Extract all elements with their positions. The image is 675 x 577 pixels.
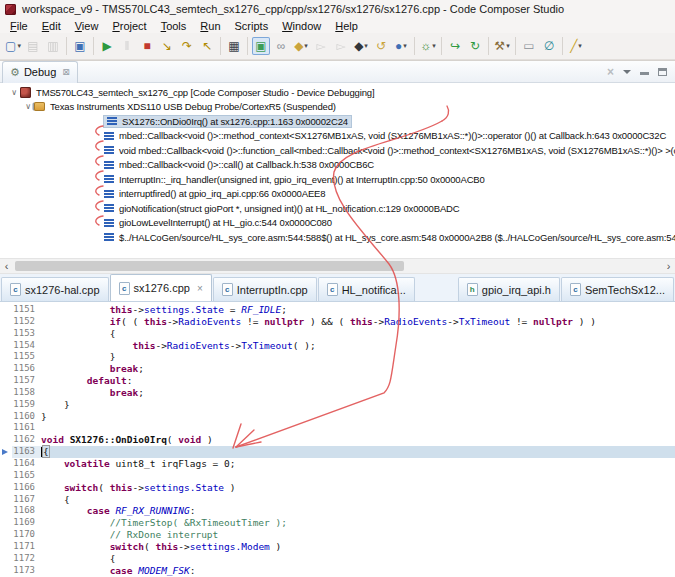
annotation-margin[interactable]: [0, 458, 12, 470]
editor-tab-interruptin-cpp[interactable]: cInterruptIn.cpp: [213, 277, 317, 301]
stack-frame-row[interactable]: mbed::Callback<void ()>::method_context<…: [0, 129, 675, 144]
stack-frame-row[interactable]: $../HALCoGen/source/HL_sys_core.asm:544:…: [0, 230, 675, 245]
code-text[interactable]: }: [41, 399, 675, 411]
console-button[interactable]: ▣: [71, 37, 89, 55]
menu-tools[interactable]: Tools: [154, 20, 194, 32]
flash-button[interactable]: ◆▾: [352, 37, 370, 55]
connect-target-button[interactable]: ▣: [252, 37, 270, 55]
code-text[interactable]: }: [41, 351, 675, 363]
load-program-dropdown-icon[interactable]: ▾: [304, 42, 308, 50]
annotation-margin[interactable]: [0, 304, 12, 316]
unload-symbols-button[interactable]: ∅: [540, 37, 558, 55]
menu-window[interactable]: Window: [275, 20, 328, 32]
expand-chevron-icon[interactable]: ∨: [22, 102, 34, 111]
annotation-margin[interactable]: [0, 446, 12, 458]
code-text[interactable]: //TimerStop( &RxTimeoutTimer );: [41, 517, 675, 529]
stack-frame-row[interactable]: gioNotification(struct gioPort *, unsign…: [0, 201, 675, 216]
code-text[interactable]: // RxDone interrupt: [41, 529, 675, 541]
editor-tab-gpio-irq-api-h[interactable]: hgpio_irq_api.h: [458, 277, 560, 301]
line-number[interactable]: 1155: [12, 351, 41, 363]
pin-editor-button[interactable]: ▭: [520, 37, 538, 55]
reset-target-button[interactable]: ●▾: [392, 37, 410, 55]
line-number[interactable]: 1153: [12, 328, 41, 340]
highlight-tool-dropdown-icon[interactable]: ▾: [578, 42, 582, 50]
code-text[interactable]: }: [41, 411, 675, 423]
editor-tab-semtechsx12-[interactable]: cSemTechSx12...: [561, 277, 674, 301]
line-number[interactable]: 1171: [12, 541, 41, 553]
annotation-margin[interactable]: [0, 565, 12, 577]
editor-tab-sx1276-cpp[interactable]: csx1276.cpp×: [110, 274, 212, 301]
code-text[interactable]: switch( this->settings.State ): [41, 482, 675, 494]
line-number[interactable]: 1166: [12, 482, 41, 494]
stack-frame[interactable]: SX1276::OnDio0Irq() at sx1276.cpp:1.163 …: [104, 116, 351, 127]
annotation-margin[interactable]: [0, 363, 12, 375]
refresh-button[interactable]: ↻: [466, 37, 484, 55]
maximize-icon[interactable]: [658, 68, 667, 76]
line-number[interactable]: 1161: [12, 422, 41, 434]
load-program-button[interactable]: ◆▾: [292, 37, 310, 55]
annotation-margin[interactable]: [0, 316, 12, 328]
code-text[interactable]: this->settings.State = RF_IDLE;: [41, 304, 675, 316]
annotation-margin[interactable]: [0, 399, 12, 411]
code-text[interactable]: {: [41, 328, 675, 340]
stack-frame[interactable]: interruptfired() at gpio_irq_api.cpp:66 …: [104, 188, 325, 199]
stack-frame[interactable]: gioLowLevelInterrupt() at HL_gio.c:544 0…: [104, 217, 332, 228]
link-debug-button[interactable]: ∞: [272, 37, 290, 55]
code-text[interactable]: {: [41, 553, 675, 565]
minimize-icon[interactable]: [640, 68, 649, 75]
menu-help[interactable]: Help: [328, 20, 365, 32]
new-button[interactable]: ▢▾: [4, 37, 22, 55]
code-text[interactable]: case RF_RX_RUNNING:: [41, 505, 675, 517]
code-editor[interactable]: 1151 this->settings.State = RF_IDLE;1152…: [0, 302, 675, 577]
suspend-button[interactable]: ‖: [118, 37, 136, 55]
code-text[interactable]: break;: [41, 363, 675, 375]
menu-edit[interactable]: Edit: [35, 20, 68, 32]
annotation-margin[interactable]: [0, 494, 12, 506]
line-number[interactable]: 1158: [12, 387, 41, 399]
expand-chevron-icon[interactable]: ∨: [8, 88, 20, 97]
line-number[interactable]: 1172: [12, 553, 41, 565]
annotation-margin[interactable]: [0, 482, 12, 494]
stack-frame[interactable]: gioNotification(struct gioPort *, unsign…: [104, 203, 460, 214]
annotation-margin[interactable]: [0, 351, 12, 363]
code-text[interactable]: break;: [41, 387, 675, 399]
code-text[interactable]: if( ( this->RadioEvents != nullptr ) && …: [41, 316, 675, 328]
debug-button[interactable]: ☼▾: [419, 37, 437, 55]
tab-debug[interactable]: ⚙ Debug ⊠: [2, 61, 78, 83]
line-number[interactable]: 1154: [12, 340, 41, 352]
terminate-button[interactable]: ■: [138, 37, 156, 55]
horizontal-scrollbar[interactable]: ‹ ›: [0, 258, 675, 274]
annotation-margin[interactable]: [0, 340, 12, 352]
annotation-margin[interactable]: [0, 505, 12, 517]
code-text[interactable]: volatile uint8_t irqFlags = 0;: [41, 458, 675, 470]
code-text[interactable]: {: [41, 446, 675, 458]
annotation-margin[interactable]: [0, 411, 12, 423]
step-into-button[interactable]: ↘: [158, 37, 176, 55]
menu-view[interactable]: View: [68, 20, 106, 32]
code-text[interactable]: void SX1276::OnDio0Irq( void ): [41, 434, 675, 446]
scroll-right-icon[interactable]: ›: [662, 259, 675, 273]
stack-frame-row[interactable]: mbed::Callback<void ()>::call() at Callb…: [0, 158, 675, 173]
step-over-button[interactable]: ↷: [178, 37, 196, 55]
annotation-margin[interactable]: [0, 434, 12, 446]
menu-run[interactable]: Run: [193, 20, 227, 32]
line-number[interactable]: 1167: [12, 494, 41, 506]
view-registers-button[interactable]: ▦: [225, 37, 243, 55]
line-number[interactable]: 1156: [12, 363, 41, 375]
remove-all-terminated-icon[interactable]: ×: [607, 65, 614, 79]
debug-view-pin-icon[interactable]: ⊠: [62, 67, 70, 77]
annotation-margin[interactable]: [0, 553, 12, 565]
view-menu-icon[interactable]: [623, 70, 631, 74]
menu-file[interactable]: File: [3, 20, 35, 32]
debug-tree-root-row[interactable]: ∨TMS570LC43_semtech_sx1276_cpp [Code Com…: [0, 85, 675, 100]
code-text[interactable]: {: [41, 494, 675, 506]
annotation-margin[interactable]: [0, 375, 12, 387]
stack-frame[interactable]: mbed::Callback<void ()>::method_context<…: [104, 130, 666, 141]
annotation-margin[interactable]: [0, 541, 12, 553]
bind-console-1-button[interactable]: ▻: [312, 37, 330, 55]
step-return-button[interactable]: ↖: [198, 37, 216, 55]
scrollbar-thumb[interactable]: [15, 261, 404, 271]
line-number[interactable]: 1159: [12, 399, 41, 411]
close-tab-icon[interactable]: ×: [197, 283, 203, 294]
stack-frame-row[interactable]: void mbed::Callback<void ()>::function_c…: [0, 143, 675, 158]
